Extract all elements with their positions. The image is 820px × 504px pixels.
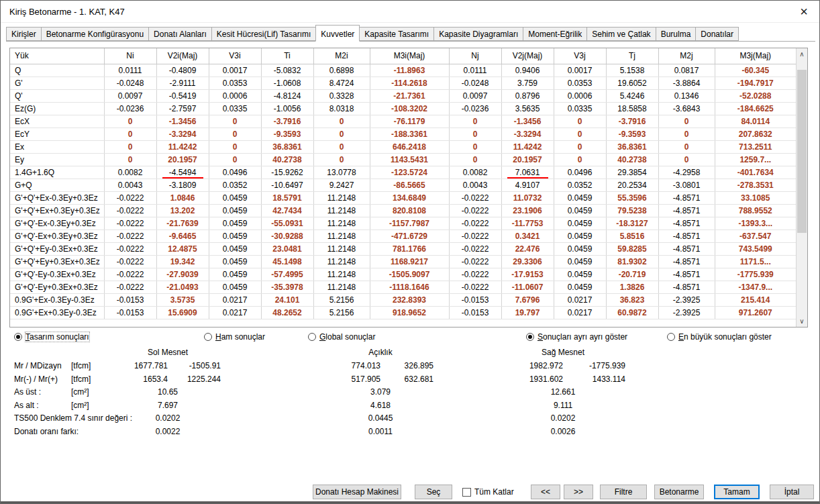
table-row-1-4g-1-6q[interactable]: 1.4G+1.6Q0.0082-4.54940.0496-15.926213.0…	[10, 166, 796, 179]
radio-tasarim-sonuclari[interactable]: Tasarım sonuçları	[14, 332, 89, 342]
vertical-scrollbar[interactable]: ∧ ∨	[796, 48, 807, 327]
value-cell: -2.3925	[658, 293, 715, 306]
summary-value: 3.079	[327, 387, 433, 397]
value-cell: 0.0335	[209, 102, 261, 115]
scroll-up-button[interactable]: ∧	[797, 48, 807, 60]
tab-kuvvetler[interactable]: Kuvvetler	[315, 25, 360, 42]
summary-row-label: Mr / MDizayn	[14, 361, 62, 370]
column-header-ti: Ti	[261, 48, 313, 64]
value-cell: 0	[313, 153, 370, 166]
sec-button[interactable]: Seç	[415, 485, 452, 499]
tab-donatilar[interactable]: Donatılar	[695, 27, 739, 41]
value-cell: 788.9552	[715, 204, 796, 217]
summary-value: 4.618	[327, 401, 433, 410]
value-cell: -4.8571	[658, 281, 715, 293]
summary-values-sol: 10.65	[115, 387, 221, 397]
value-cell: -3.6843	[658, 102, 715, 115]
scroll-down-button[interactable]: ∨	[797, 315, 807, 327]
table-row-ecy[interactable]: EcY0-3.32940-9.35930-188.33610-3.32940-9…	[10, 128, 796, 140]
value-cell: -0.0236	[104, 102, 156, 115]
radio-en-buyuk-sonuclari-goster[interactable]: En büyük sonuçları göster	[667, 332, 772, 342]
table-row-g-q[interactable]: G+Q0.0043-3.18090.0352-10.64979.2427-86.…	[10, 179, 796, 191]
table-row-g-q-ex-0-3ey-0-3ez[interactable]: G'+Q'-Ex+0.3Ey+0.3Ez-0.0222-9.64650.0459…	[10, 230, 796, 242]
tab-burulma[interactable]: Burulma	[656, 27, 697, 41]
summary-row-unit: [cm²]	[71, 401, 89, 410]
tab-sehim-ve-catlak[interactable]: Sehim ve Çatlak	[586, 27, 656, 41]
scrollbar-thumb[interactable]	[797, 70, 807, 233]
tab-kapasite-tasarimi[interactable]: Kapasite Tasarımı	[359, 27, 434, 41]
table-row-g-q-ey-0-3ex-0-3ez[interactable]: G'+Q'+Ey-0.3Ex+0.3Ez-0.022212.48750.0459…	[10, 242, 796, 255]
table-row-q[interactable]: Q0.0111-0.48090.0017-5.08320.6898-11.896…	[10, 64, 796, 77]
value-cell: -0.0222	[449, 217, 501, 230]
table-row-g-q-ex-0-3ey-0-3ez[interactable]: G'+Q'+Ex+0.3Ey+0.3Ez-0.022213.2020.04594…	[10, 204, 796, 217]
tum-katlar-checkbox[interactable]: Tüm Katlar	[462, 485, 514, 499]
value-cell: 0.0097	[449, 89, 501, 102]
filtre-button[interactable]: Filtre	[600, 485, 647, 499]
value-cell: 0.0459	[209, 217, 261, 230]
load-case-label: 0.9G'+Ex+0.3Ey-0.3Ez	[10, 306, 104, 319]
value-cell: -0.0153	[449, 293, 501, 306]
summary-values-aciklik: 774.013326.895	[327, 361, 433, 370]
table-row-g-q-ey-0-3ex-0-3ez[interactable]: G'+Q'+Ey+0.3Ex+0.3Ez-0.022219.3420.04594…	[10, 255, 796, 268]
value-cell: -4.8571	[658, 230, 715, 242]
tab-donati-alanlari[interactable]: Donatı Alanları	[148, 27, 212, 41]
value-cell: -0.4809	[156, 64, 209, 77]
chevron-up-icon: ∧	[799, 50, 804, 58]
radio-ham-sonuclar[interactable]: Ham sonuçlar	[204, 332, 265, 342]
radio-global-sonuclar[interactable]: Global sonuçlar	[308, 332, 375, 342]
value-cell: -9.3593	[606, 128, 658, 140]
table-row-ecx[interactable]: EcX0-1.34560-3.79160-76.11790-1.34560-3.…	[10, 115, 796, 128]
radio-label: Sonuçları ayrı ayrı göster	[537, 332, 627, 342]
value-cell: -21.0493	[156, 281, 209, 293]
table-row-g-q-ex-0-3ey-0-3ez[interactable]: G'+Q'-Ex-0.3Ey+0.3Ez-0.0222-21.76390.045…	[10, 217, 796, 230]
value-cell: 19.342	[156, 255, 209, 268]
value-cell: 0.0459	[554, 242, 606, 255]
value-cell: 971.2607	[715, 306, 796, 319]
table-row-g-q-ey-0-3ex-0-3ez[interactable]: G'+Q'-Ey+0.3Ex+0.3Ez-0.0222-21.04930.045…	[10, 281, 796, 293]
design-summary: Sol MesnetAçıklıkSağ MesnetMr / MDizayn[…	[1, 348, 820, 442]
tab-kirisler[interactable]: Kirişler	[6, 27, 42, 41]
table-row-0-9g-ex-0-3ey-0-3ez[interactable]: 0.9G'+Ex+0.3Ey-0.3Ez-0.015315.69090.0217…	[10, 306, 796, 319]
forces-table: YükNiV2i(Maj)V3iTiM2iM3i(Maj)NjV2j(Maj)V…	[9, 48, 808, 327]
summary-values-sol: 1653.41225.244	[115, 374, 221, 384]
iptal-button[interactable]: İptal	[770, 485, 814, 499]
summary-values-sag: 1982.972-1775.939	[501, 361, 625, 370]
value-cell: 646.2418	[370, 140, 449, 153]
value-cell: 0	[449, 115, 501, 128]
summary-values-aciklik: 0.0011	[327, 427, 433, 436]
value-cell: -4.8571	[658, 255, 715, 268]
value-cell: -0.0153	[104, 306, 156, 319]
next-button[interactable]: >>	[564, 485, 593, 499]
tamam-button[interactable]: Tamam	[714, 485, 760, 499]
column-header-v3j: V3j	[554, 48, 606, 64]
table-row-ex[interactable]: Ex011.4242036.83610646.2418011.4242036.8…	[10, 140, 796, 153]
donati-hesap-makinesi-button[interactable]: Donatı Hesap Makinesi	[313, 485, 401, 499]
value-cell: 0.0459	[209, 281, 261, 293]
value-cell: 40.2738	[606, 153, 658, 166]
tab-betonarme-konfigurasyonu[interactable]: Betonarme Konfigürasyonu	[41, 27, 149, 41]
tab-moment-egrilik[interactable]: Moment-Eğrilik	[523, 27, 587, 41]
table-row-q[interactable]: Q'0.0097-0.54190.0006-4.81240.3328-21.73…	[10, 89, 796, 102]
previous-button[interactable]: <<	[531, 485, 560, 499]
radio-sonuclari-ayri-ayri-goster[interactable]: Sonuçları ayrı ayrı göster	[526, 332, 627, 342]
table-row-g[interactable]: G'-0.0248-2.91110.0353-1.06088.4724-114.…	[10, 77, 796, 89]
table-row-ey[interactable]: Ey020.1957040.273801143.5431020.1957040.…	[10, 153, 796, 166]
value-cell: 11.0732	[501, 191, 554, 204]
table-row-ez-g[interactable]: Ez(G)-0.0236-2.75970.0335-1.00568.0318-1…	[10, 102, 796, 115]
summary-value: 0.0445	[327, 413, 433, 423]
checkbox-box	[462, 488, 471, 497]
close-button[interactable]: ×	[797, 5, 811, 18]
summary-values-sol: 7.697	[115, 401, 221, 410]
tab-kesit-hucresi-lif-tasarimi[interactable]: Kesit Hücresi(Lif) Tasarımı	[211, 27, 316, 41]
tab-kapasite-diyagramlari[interactable]: Kapasite Diyagramları	[433, 27, 523, 41]
table-row-g-q-ex-0-3ey-0-3ez[interactable]: G'+Q'+Ex-0.3Ey+0.3Ez-0.02221.08460.04591…	[10, 191, 796, 204]
value-cell: 42.7434	[261, 204, 313, 217]
value-cell: -0.0222	[104, 204, 156, 217]
value-cell: 0.0097	[104, 89, 156, 102]
load-case-label: EcX	[10, 115, 104, 128]
load-case-label: G+Q	[10, 179, 104, 191]
table-row-0-9g-ex-0-3ey-0-3ez[interactable]: 0.9G'+Ex-0.3Ey-0.3Ez-0.01533.57350.02172…	[10, 293, 796, 306]
value-cell: 11.2148	[313, 255, 370, 268]
betonarme-button[interactable]: Betonarme	[654, 485, 704, 499]
table-row-g-q-ey-0-3ex-0-3ez[interactable]: G'+Q'-Ey-0.3Ex+0.3Ez-0.0222-27.90390.045…	[10, 268, 796, 281]
